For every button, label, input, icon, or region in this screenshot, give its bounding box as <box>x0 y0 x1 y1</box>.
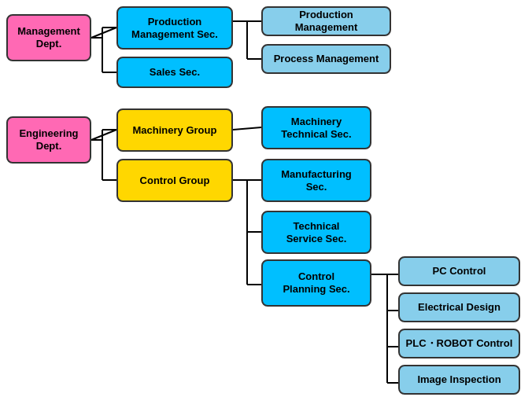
engineering-dept-node: EngineeringDept. <box>6 116 91 164</box>
svg-line-10 <box>91 130 116 140</box>
pc-control-node: PC Control <box>398 256 520 286</box>
machinery-group-node: Machinery Group <box>116 108 233 152</box>
management-dept-node: Management Dept. <box>6 14 91 61</box>
image-inspection-node: Image Inspection <box>398 365 520 395</box>
svg-line-0 <box>91 28 116 38</box>
sales-sec-node: Sales Sec. <box>116 57 233 88</box>
org-chart: Management Dept. EngineeringDept. Produc… <box>0 0 532 397</box>
control-planning-sec-node: ControlPlanning Sec. <box>261 259 371 307</box>
plc-robot-control-node: PLC・ROBOT Control <box>398 329 520 358</box>
manufacturing-sec-node: ManufacturingSec. <box>261 159 371 202</box>
machinery-technical-sec-node: MachineryTechnical Sec. <box>261 106 371 149</box>
production-mgmt-sec-node: ProductionManagement Sec. <box>116 6 233 50</box>
control-group-node: Control Group <box>116 159 233 202</box>
electrical-design-node: Electrical Design <box>398 292 520 322</box>
technical-service-sec-node: TechnicalService Sec. <box>261 211 371 254</box>
production-management-node: Production Management <box>261 6 391 36</box>
svg-line-15 <box>233 127 261 130</box>
process-management-node: Process Management <box>261 44 391 74</box>
